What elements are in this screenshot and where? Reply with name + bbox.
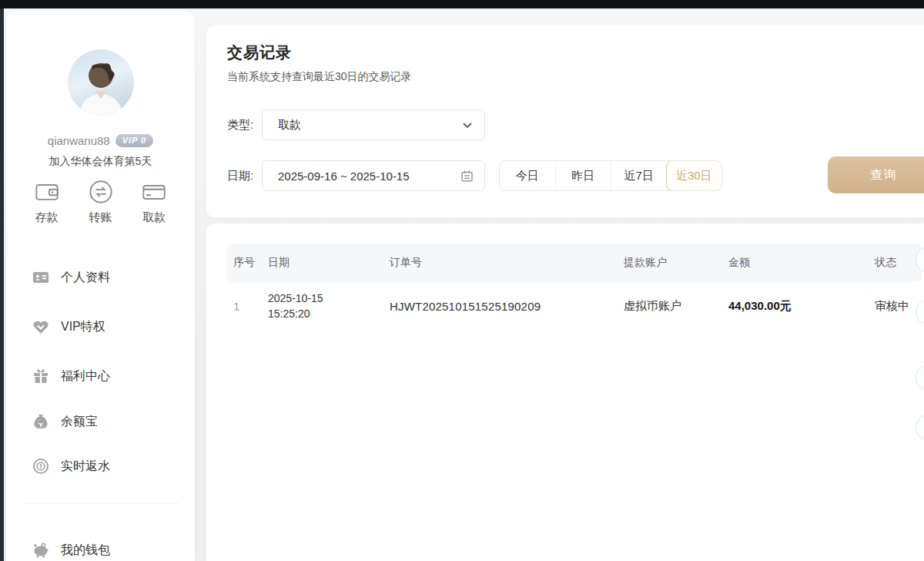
sidebar-item-label: VIP特权 [61, 319, 105, 335]
page-subtitle: 当前系统支持查询最近30日的交易记录 [227, 70, 412, 84]
transfer-icon [88, 179, 114, 205]
cell-order-no: HJWT202510151525190209 [390, 300, 613, 313]
cell-date-day: 2025-10-15 [268, 291, 390, 306]
query-button[interactable]: 查询 [828, 156, 924, 193]
type-select-value: 取款 [278, 118, 461, 133]
transaction-filter-panel: 交易记录 当前系统支持查询最近30日的交易记录 类型: 取款 日期: 2025-… [206, 25, 924, 217]
sidebar-item-my-wallet[interactable]: 我的钱包 [6, 533, 195, 561]
date-quick-range-group: 今日 昨日 近7日 近30日 [499, 160, 722, 191]
avatar[interactable] [68, 49, 134, 116]
join-days-text: 加入华体会体育第5天 [6, 155, 195, 169]
cell-status: 审核中 [875, 299, 922, 314]
quick-action-transfer[interactable]: 转账 [74, 179, 128, 225]
sidebar-divider [23, 503, 178, 504]
type-select[interactable]: 取款 [262, 109, 485, 140]
quick-action-label: 转账 [89, 210, 112, 225]
header-account: 提款账户 [613, 256, 722, 270]
username: qianwanu88 [48, 134, 110, 147]
rebate-coin-icon [32, 458, 49, 475]
sidebar-item-yuebao[interactable]: 余额宝 [6, 405, 195, 438]
wallet-icon [34, 179, 60, 205]
cell-amount: 44,030.00元 [722, 299, 875, 314]
header-index: 序号 [233, 256, 268, 270]
range-today-button[interactable]: 今日 [500, 161, 555, 190]
sidebar-item-rebate[interactable]: 实时返水 [6, 449, 195, 483]
gift-icon [32, 368, 49, 385]
quick-action-deposit[interactable]: 存款 [20, 179, 74, 225]
date-range-input[interactable]: 2025-09-16 ~ 2025-10-15 [262, 160, 485, 191]
type-label: 类型: [227, 109, 253, 140]
quick-actions: 存款 转账 取款 [6, 179, 195, 225]
range-yesterday-button[interactable]: 昨日 [555, 161, 611, 190]
cell-date-time: 15:25:20 [268, 306, 390, 321]
avatar-placeholder [68, 49, 134, 116]
topbar [0, 0, 924, 8]
chevron-down-icon [461, 119, 474, 131]
vip-gem-icon [32, 318, 49, 335]
date-range-value: 2025-09-16 ~ 2025-10-15 [278, 170, 460, 183]
range-7days-button[interactable]: 近7日 [611, 161, 667, 190]
header-date: 日期 [268, 256, 390, 270]
sidebar-item-label: 福利中心 [61, 368, 110, 385]
range-30days-button[interactable]: 近30日 [666, 160, 723, 191]
sidebar-item-vip[interactable]: VIP特权 [6, 310, 195, 344]
page-title: 交易记录 [227, 42, 292, 63]
cell-index: 1 [233, 300, 268, 313]
sidebar-item-label: 我的钱包 [61, 543, 110, 559]
cell-account: 虚拟币账户 [613, 299, 722, 314]
sidebar: qianwanu88 VIP 0 加入华体会体育第5天 存款 转账 [6, 11, 195, 561]
sidebar-item-label: 实时返水 [61, 459, 110, 475]
table-header-row: 序号 日期 订单号 提款账户 金额 状态 [227, 244, 922, 282]
money-bag-icon [32, 413, 49, 430]
bank-card-icon [141, 179, 167, 205]
header-order-no: 订单号 [390, 256, 613, 270]
sidebar-item-label: 个人资料 [61, 270, 110, 286]
calendar-icon [460, 170, 474, 183]
date-label: 日期: [227, 160, 253, 191]
transaction-table-panel: 序号 日期 订单号 提款账户 金额 状态 1 2025-10-15 15:25:… [206, 223, 924, 561]
quick-action-withdraw[interactable]: 取款 [127, 179, 181, 225]
cell-date: 2025-10-15 15:25:20 [268, 291, 390, 321]
left-edge-strip [0, 0, 4, 561]
header-amount: 金额 [722, 256, 875, 270]
user-row: qianwanu88 VIP 0 [6, 134, 195, 147]
table-row: 1 2025-10-15 15:25:20 HJWT20251015152519… [227, 282, 922, 330]
vip-badge: VIP 0 [116, 134, 154, 147]
sidebar-item-benefits[interactable]: 福利中心 [6, 359, 195, 393]
id-card-icon [32, 269, 49, 286]
sidebar-item-profile[interactable]: 个人资料 [6, 260, 195, 294]
sidebar-item-label: 余额宝 [61, 414, 98, 430]
header-status: 状态 [875, 256, 922, 270]
quick-action-label: 存款 [35, 210, 59, 225]
piggy-bank-icon [32, 542, 49, 559]
quick-action-label: 取款 [142, 210, 166, 225]
